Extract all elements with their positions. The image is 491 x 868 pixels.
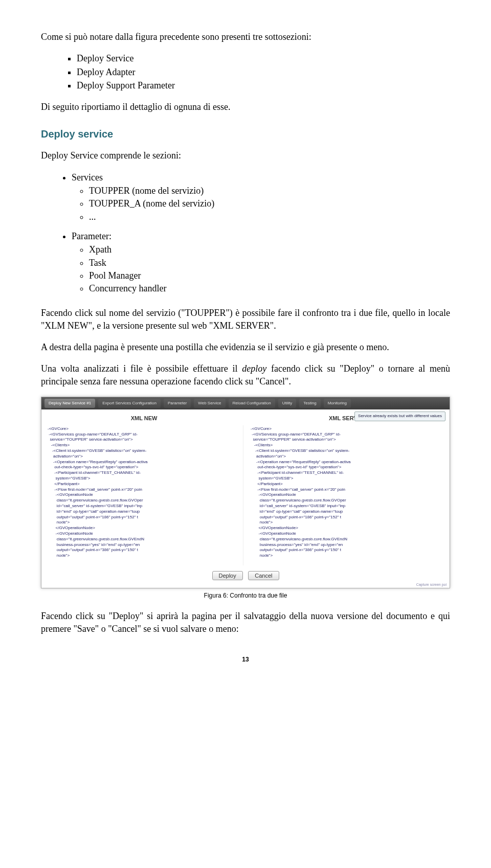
list-item: TOUPPER (nome del servizio): [89, 185, 450, 197]
list-item: Parameter: Xpath Task Pool Manager Concu…: [72, 230, 450, 294]
nav-tab-export-services[interactable]: Export Services Configuration: [98, 399, 161, 408]
list-item: Deploy Adapter: [77, 66, 450, 78]
capture-hint: Capture screen poi: [416, 582, 447, 587]
screenshot-navbar: Deploy New Service #1 Export Services Co…: [41, 397, 450, 409]
cancel-button[interactable]: Cancel: [248, 571, 279, 580]
list-item: TOUPPER_A (nome del servizio): [89, 197, 450, 210]
services-sublist: TOUPPER (nome del servizio) TOUPPER_A (n…: [72, 185, 450, 223]
section-title-deploy-service: Deploy service: [41, 127, 450, 141]
list-item: Deploy Service: [77, 52, 450, 64]
section-lead: Deploy Service comprende le sezioni:: [41, 149, 450, 162]
xml-new-content: -<GVCore> -<GVServices group-name="DEFAU…: [44, 425, 243, 565]
deploy-button[interactable]: Deploy: [212, 571, 243, 580]
parameter-sublist: Xpath Task Pool Manager Concurrency hand…: [72, 243, 450, 294]
status-badge: Service already exists but with differen…: [354, 412, 445, 421]
nav-tab-monitoring[interactable]: Monitoring: [324, 399, 351, 408]
services-label: Services: [72, 172, 103, 182]
xml-new-column: XML NEW -<GVCore> -<GVServices group-nam…: [44, 413, 243, 565]
text-emphasis: deploy: [242, 363, 266, 374]
list-item: Concurrency handler: [89, 282, 450, 294]
screenshot-body: Service already exists but with differen…: [41, 409, 450, 588]
list-item: Services TOUPPER (nome del servizio) TOU…: [72, 171, 450, 223]
screenshot-button-row: Deploy Cancel: [44, 565, 447, 583]
nav-tab-testing[interactable]: Testing: [299, 399, 320, 408]
xml-server-column: XML SERVER -<GVCore> -<GVServices group-…: [248, 413, 447, 565]
services-list: Services TOUPPER (nome del servizio) TOU…: [41, 171, 450, 223]
body-paragraph-3: Una volta analizzati i file è possibile …: [41, 362, 450, 387]
nav-tab-reload-configuration[interactable]: Reload Configuration: [229, 399, 275, 408]
subsection-list: Deploy Service Deploy Adapter Deploy Sup…: [41, 52, 450, 92]
nav-tab-parameter[interactable]: Parameter: [164, 399, 191, 408]
page-number: 13: [41, 655, 450, 664]
figure-caption: Figura 6: Confronto tra due file: [41, 591, 450, 600]
intro-paragraph-2: Di seguito riportiamo il dettaglio di og…: [41, 101, 450, 113]
body-paragraph-2: A destra della pagina è presente una pos…: [41, 341, 450, 353]
embedded-screenshot: Deploy New Service #1 Export Services Co…: [41, 397, 450, 588]
parameter-list: Parameter: Xpath Task Pool Manager Concu…: [41, 230, 450, 294]
body-paragraph-1: Facendo click sul nome del servizio ("TO…: [41, 307, 450, 332]
closing-paragraph: Facendo click su "Deploy" si aprirà la p…: [41, 610, 450, 635]
parameter-label: Parameter:: [72, 231, 111, 241]
intro-paragraph: Come si può notare dalla figura preceden…: [41, 31, 450, 43]
nav-tab-web-service[interactable]: Web Service: [194, 399, 225, 408]
text-run: Una volta analizzati i file è possibile …: [41, 363, 242, 374]
list-item: Pool Manager: [89, 269, 450, 282]
list-item: Task: [89, 257, 450, 269]
nav-tab-utility[interactable]: Utility: [278, 399, 297, 408]
xml-server-content: -<GVCore> -<GVServices group-name="DEFAU…: [248, 425, 447, 565]
list-item: Xpath: [89, 243, 450, 256]
xml-new-title: XML NEW: [44, 415, 243, 422]
list-item: Deploy Support Parameter: [77, 79, 450, 92]
list-item: ...: [89, 211, 450, 223]
nav-tab-deploy-new-service[interactable]: Deploy New Service #1: [44, 399, 95, 408]
